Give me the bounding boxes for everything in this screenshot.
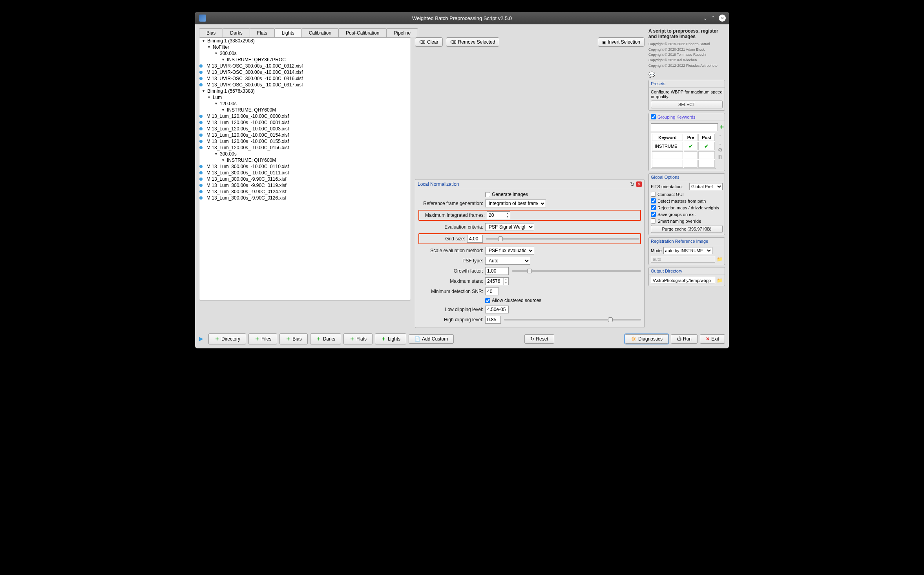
down-icon[interactable]: ↓ <box>719 140 721 146</box>
compact-gui-checkbox[interactable] <box>651 192 656 197</box>
run-button[interactable]: ⏻Run <box>671 334 698 344</box>
bottom-toolbar: ▶ ＋Directory ＋Files ＋Bias ＋Darks ＋Flats … <box>195 332 729 348</box>
tree-file[interactable]: M 13_Lum_120.00s_-10.00C_0154.xisf <box>206 132 289 138</box>
reg-ref-input <box>651 256 715 263</box>
growth-factor-slider[interactable] <box>512 270 641 272</box>
file-tree[interactable]: ▼Binning 1 (3380x2908) ▼NoFilter ▼300.00… <box>199 37 411 300</box>
tab-darks[interactable]: Darks <box>223 28 250 37</box>
pointer-icon[interactable]: ▶ <box>199 335 206 342</box>
tree-group[interactable]: Binning 1 (5576x3388) <box>207 88 255 94</box>
tree-file[interactable]: M 13_UVIR-OSC_300.00s_-10.00C_0312.xisf <box>206 63 303 69</box>
folder-icon[interactable]: 📁 <box>717 256 723 262</box>
keyword-table[interactable]: KeywordPrePost INSTRUME✔✔ <box>651 133 716 169</box>
diagnostics-button[interactable]: 🔅Diagnostics <box>625 334 668 344</box>
tree-filter[interactable]: NoFilter <box>213 44 229 50</box>
trash-icon[interactable]: 🗑 <box>718 154 723 160</box>
max-stars-input[interactable]: ▲▼ <box>485 277 509 285</box>
add-custom-button[interactable]: 📄Add Custom <box>409 334 454 344</box>
add-bias-button[interactable]: ＋Bias <box>279 333 307 344</box>
grid-size-input[interactable] <box>467 235 483 243</box>
tree-filter[interactable]: Lum <box>213 95 222 100</box>
tree-file[interactable]: M 13_Lum_300.00s_-10.00C_0110.xisf <box>206 164 289 169</box>
tree-file[interactable]: M 13_Lum_120.00s_-10.00C_0156.xisf <box>206 145 289 150</box>
invert-selection-button[interactable]: ▣Invert Selection <box>598 37 645 47</box>
fits-orientation-select[interactable]: Global Pref <box>689 183 723 190</box>
evaluation-criteria-select[interactable]: PSF Signal Weight <box>485 223 534 231</box>
tree-instrument[interactable]: INSTRUME: QHY600M <box>227 157 276 163</box>
high-clipping-input[interactable] <box>485 316 501 324</box>
close-icon[interactable]: ✕ <box>719 15 726 22</box>
reset-icon[interactable]: ↻ <box>630 181 635 187</box>
grouping-panel: Grouping Keywords ＋ KeywordPrePost INSTR… <box>648 113 725 171</box>
tree-file[interactable]: M 13_Lum_120.00s_-10.00C_0155.xisf <box>206 139 289 144</box>
tree-instrument[interactable]: INSTRUME: QHY600M <box>227 107 276 113</box>
select-preset-button[interactable]: SELECT <box>651 101 723 108</box>
tree-file[interactable]: M 13_Lum_300.00s_-9.90C_0124.xisf <box>206 189 286 194</box>
add-flats-button[interactable]: ＋Flats <box>343 333 373 344</box>
keyword-input[interactable] <box>651 123 718 131</box>
low-clipping-input[interactable] <box>485 306 509 313</box>
tree-file[interactable]: M 13_Lum_300.00s_-9.90C_0126.xisf <box>206 195 286 201</box>
power-icon: ⏻ <box>677 336 681 342</box>
tab-bias[interactable]: Bias <box>199 28 223 37</box>
tree-group[interactable]: Binning 1 (3380x2908) <box>207 38 255 44</box>
tree-file[interactable]: M 13_Lum_300.00s_-9.90C_0119.xisf <box>206 183 286 188</box>
reset-button[interactable]: ↻Reset <box>524 334 554 344</box>
local-normalization-panel: Local Normalization ↻ ✕ Generate images … <box>415 179 645 328</box>
reference-frame-select[interactable]: Integration of best frames <box>485 200 546 207</box>
generate-images-checkbox[interactable] <box>485 192 490 197</box>
up-icon[interactable]: ↑ <box>719 133 721 139</box>
tree-file[interactable]: M 13_Lum_120.00s_-10.00C_0000.xisf <box>206 114 289 119</box>
grid-size-slider[interactable] <box>486 238 639 240</box>
exit-button[interactable]: ✕Exit <box>700 334 725 344</box>
min-snr-input[interactable] <box>485 288 499 295</box>
psf-type-select[interactable]: Auto <box>485 257 530 265</box>
tree-file[interactable]: M 13_Lum_300.00s_-10.00C_0111.xisf <box>206 170 289 176</box>
speech-bubble-icon[interactable]: 💬 <box>648 71 725 78</box>
tree-file[interactable]: M 13_UVIR-OSC_300.00s_-10.00C_0314.xisf <box>206 70 303 75</box>
add-directory-button[interactable]: ＋Directory <box>208 333 246 344</box>
output-dir-panel: Output Directory 📁 <box>648 267 725 286</box>
tree-exposure[interactable]: 300.00s <box>220 51 237 56</box>
tab-flats[interactable]: Flats <box>250 28 275 37</box>
tree-file[interactable]: M 13_Lum_120.00s_-10.00C_0001.xisf <box>206 120 289 125</box>
tree-exposure[interactable]: 120.00s <box>220 101 237 106</box>
add-files-button[interactable]: ＋Files <box>248 333 277 344</box>
chevron-down-icon[interactable]: ⌄ <box>703 15 708 21</box>
folder-icon[interactable]: 📁 <box>717 278 723 283</box>
tab-bar: Bias Darks Flats Lights Calibration Post… <box>199 28 645 37</box>
gear-icon[interactable]: ⚙ <box>718 147 723 153</box>
tree-file[interactable]: M 13_Lum_120.00s_-10.00C_0003.xisf <box>206 126 289 132</box>
purge-cache-button[interactable]: Purge cache (395.97 KiB) <box>651 225 723 233</box>
tab-pipeline[interactable]: Pipeline <box>386 28 418 37</box>
tree-file[interactable]: M 13_UVIR-OSC_300.00s_-10.00C_0317.xisf <box>206 82 303 88</box>
growth-factor-input[interactable] <box>485 267 509 275</box>
output-dir-input[interactable] <box>651 277 715 284</box>
tree-instrument[interactable]: INSTRUME: QHY367PROC <box>227 57 286 62</box>
global-options-panel: Global Options FITS orientation:Global P… <box>648 173 725 235</box>
tab-post-calibration[interactable]: Post-Calibration <box>338 28 387 37</box>
tree-exposure[interactable]: 300.00s <box>220 151 237 157</box>
max-integrated-frames-input[interactable]: ▲▼ <box>487 211 510 219</box>
tree-file[interactable]: M 13_UVIR-OSC_300.00s_-10.00C_0316.xisf <box>206 76 303 81</box>
save-groups-checkbox[interactable] <box>651 212 656 217</box>
window-title: Weighted Batch Preprocessing Script v2.5… <box>412 15 512 21</box>
detect-masters-checkbox[interactable] <box>651 198 656 203</box>
remove-selected-button[interactable]: ⌫Remove Selected <box>446 37 500 47</box>
allow-clustered-checkbox[interactable] <box>485 298 490 303</box>
add-keyword-button[interactable]: ＋ <box>719 123 725 131</box>
tab-calibration[interactable]: Calibration <box>301 28 339 37</box>
add-lights-button[interactable]: ＋Lights <box>375 333 406 344</box>
smart-naming-checkbox[interactable] <box>651 218 656 223</box>
tab-lights[interactable]: Lights <box>274 28 302 37</box>
chevron-up-icon[interactable]: ⌃ <box>711 15 716 21</box>
tree-file[interactable]: M 13_Lum_300.00s_-9.90C_0116.xisf <box>206 176 286 182</box>
grouping-checkbox[interactable] <box>651 114 656 119</box>
clear-button[interactable]: ⌫Clear <box>415 37 443 47</box>
rejection-maps-checkbox[interactable] <box>651 205 656 210</box>
close-icon[interactable]: ✕ <box>636 181 642 187</box>
high-clipping-slider[interactable] <box>504 319 641 320</box>
scale-evaluation-select[interactable]: PSF flux evaluation <box>485 247 534 255</box>
add-darks-button[interactable]: ＋Darks <box>310 333 341 344</box>
reg-mode-select[interactable]: auto by INSTRUME <box>663 247 712 254</box>
